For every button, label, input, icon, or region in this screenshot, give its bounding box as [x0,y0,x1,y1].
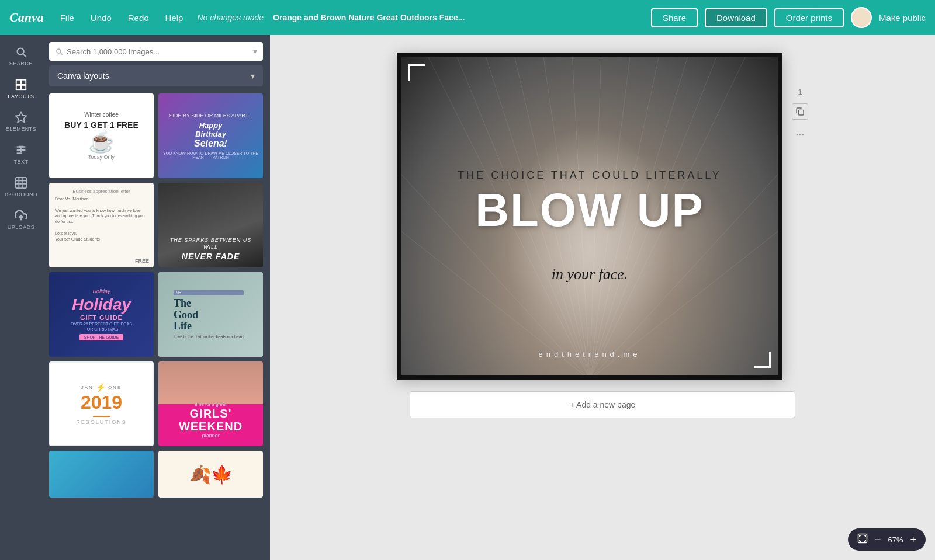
fullscreen-button[interactable] [857,533,868,546]
make-public-button[interactable]: Make public [879,13,926,23]
panel-sidebar: ▾ Canva layouts ▾ Winter coffee BUY 1 GE… [42,35,270,560]
template-card-yellow-partial[interactable]: 🍂🍁 [158,451,263,498]
tg-title: TheGoodLife [174,298,244,332]
sidebar-item-background[interactable]: BKGROUND [0,171,42,203]
svg-rect-4 [16,85,20,89]
avatar[interactable] [851,7,872,28]
sidebar-item-text[interactable]: T TEXT [0,138,42,171]
svg-rect-3 [22,80,26,84]
canvas-url[interactable]: endthetrend.me [397,350,782,359]
doc-status: No changes made [197,13,264,22]
help-menu[interactable]: Help [161,11,188,25]
template-card-letter[interactable]: Business appreciation letter Dear Ms. Mo… [49,183,154,267]
svg-point-37 [799,134,800,135]
bottom-controls: − 67% + [848,528,926,551]
sidebar-item-layouts[interactable]: LAYOUTS [0,72,42,105]
svg-rect-2 [16,80,20,84]
tb-small-text: SIDE BY SIDE OR MILES APART... [169,113,252,119]
tc-coffee-sub: Today Only [88,154,115,160]
ty-resolutions: RESOLUTIONS [76,419,127,425]
icon-sidebar: SEARCH LAYOUTS ELEMENTS T TEXT [0,35,42,560]
sidebar-label-background: BKGROUND [5,192,37,197]
tc-coffee-cup-icon: ☕ [88,130,115,154]
template-card-goodlife[interactable]: No. TheGoodLife Love is the rhythm that … [158,272,263,357]
sidebar-item-uploads[interactable]: UPLOADS [0,203,42,236]
svg-rect-5 [22,85,26,89]
tg-label: No. [174,290,244,295]
canvas-wrapper: THE CHOICE THAT COULD LITERALLY BLOW UP … [397,53,808,380]
template-card-sparks[interactable]: THE SPARKS BETWEEN US WILL NEVER FADE [158,183,263,267]
dropdown-chevron-icon: ▾ [251,71,255,81]
redo-button[interactable]: Redo [123,11,154,25]
sidebar-item-elements[interactable]: ELEMENTS [0,105,42,138]
ty-date-row: JAN ⚡ ONE [81,382,122,392]
tb-tagline: YOU KNOW HOW TO DRAW ME CLOSER TO THE HE… [163,151,258,159]
ty-leaves-icon: 🍂🍁 [189,464,233,485]
zoom-increase-button[interactable]: + [910,534,916,545]
doc-title: Orange and Brown Nature Great Outdoors F… [273,13,644,22]
corner-top-left-icon [408,64,425,81]
template-card-birthday[interactable]: SIDE BY SIDE OR MILES APART... HappyBirt… [158,93,263,178]
download-button[interactable]: Download [705,8,767,27]
search-input[interactable] [67,47,250,56]
ty-jan: JAN [81,385,94,390]
th-sub: OVER 25 PERFECT GIFT IDEASFOR CHRISTMAS [71,321,132,332]
more-options-icon [795,130,805,140]
canvas-line1[interactable]: THE CHOICE THAT COULD LITERALLY [397,169,782,182]
layouts-dropdown[interactable]: Canva layouts ▾ [49,65,263,86]
file-menu[interactable]: File [56,11,79,25]
template-card-holiday[interactable]: Holiday Holiday GIFT GUIDE OVER 25 PERFE… [49,272,154,357]
zoom-decrease-button[interactable]: − [875,534,881,545]
svg-point-36 [797,134,798,135]
ty-divider [93,416,110,417]
page-number: 1 [798,88,802,96]
svg-line-18 [61,53,63,55]
svg-point-0 [18,48,24,55]
canvas-line3[interactable]: in your face. [397,266,782,283]
sidebar-label-uploads: UPLOADS [8,224,35,230]
page-controls: 1 [792,53,808,143]
canvas-line2[interactable]: BLOW UP [397,187,782,234]
canva-logo: Canva [9,10,44,25]
tgw-text-area: time for a great GIRLS'WEEKEND planner [179,402,243,439]
tgw-photo-bg [158,361,263,404]
tg-sub: Love is the rhythm that beats our heart [174,335,244,339]
search-bar[interactable]: ▾ [49,42,263,61]
svg-line-1 [23,54,26,57]
undo-button[interactable]: Undo [86,11,116,25]
duplicate-page-button[interactable] [792,103,808,120]
svg-point-38 [802,134,803,135]
template-card-girls-weekend[interactable]: time for a great GIRLS'WEEKEND planner [158,361,263,446]
svg-rect-35 [798,110,804,115]
tl-free-badge: FREE [135,258,149,264]
sidebar-label-search: SEARCH [9,61,33,67]
more-options-button[interactable] [792,127,808,143]
fullscreen-icon [857,533,868,544]
tc-birthday-main: HappyBirthday [195,121,226,138]
template-card-blue-partial[interactable] [49,451,154,498]
add-new-page-button[interactable]: + Add a new page [410,391,795,418]
ty-year: 2019 [81,392,122,413]
tl-title: Business appreciation letter [55,189,148,194]
order-prints-button[interactable]: Order prints [774,8,844,27]
chevron-down-icon[interactable]: ▾ [253,47,257,56]
main-layout: SEARCH LAYOUTS ELEMENTS T TEXT [0,35,935,560]
top-navigation: Canva File Undo Redo Help No changes mad… [0,0,935,35]
template-card-2019[interactable]: JAN ⚡ ONE 2019 RESOLUTIONS [49,361,154,446]
dropdown-label: Canva layouts [57,71,109,81]
th-title: Holiday [72,295,131,314]
th-top: Holiday [92,288,110,294]
share-button[interactable]: Share [651,8,698,27]
search-bar-wrap: ▾ [42,35,270,65]
dropdown-wrap: Canva layouts ▾ [42,65,270,93]
th-btn[interactable]: SHOP THE GUIDE [79,334,124,340]
tl-body: Dear Ms. Morrison, We just wanted you to… [55,196,148,242]
tc-birthday-name: Selena! [194,138,227,149]
tgw-big: GIRLS'WEEKEND [179,407,243,433]
design-canvas[interactable]: THE CHOICE THAT COULD LITERALLY BLOW UP … [397,53,782,380]
template-card-coffee[interactable]: Winter coffee BUY 1 GET 1 FREE ☕ Today O… [49,93,154,178]
sidebar-label-text: TEXT [13,159,28,165]
sidebar-item-search[interactable]: SEARCH [0,40,42,72]
svg-rect-11 [16,178,26,188]
templates-grid: Winter coffee BUY 1 GET 1 FREE ☕ Today O… [42,93,270,498]
